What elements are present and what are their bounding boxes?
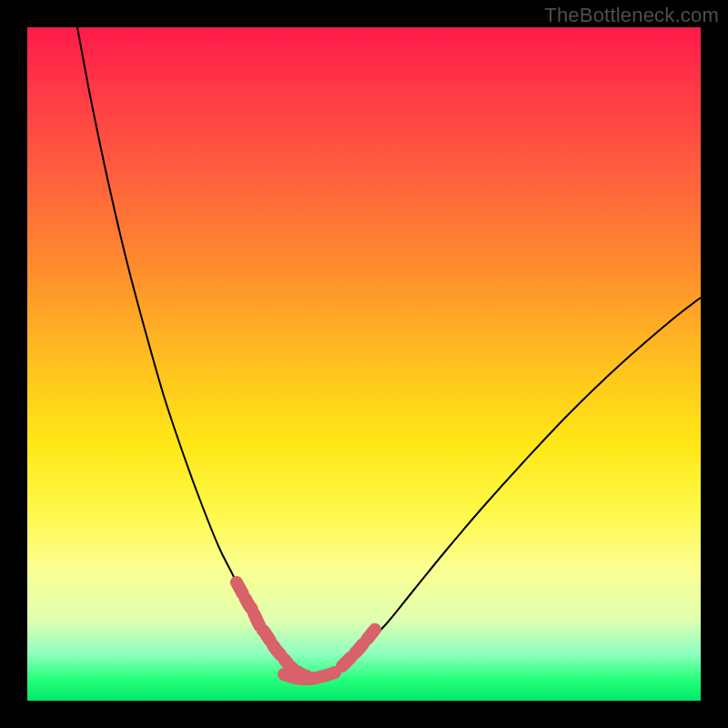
bottleneck-curve-plot <box>27 27 701 701</box>
highlight-bottom <box>284 672 335 679</box>
highlight-right <box>342 626 378 666</box>
chart-frame <box>27 27 701 701</box>
highlight-left <box>237 582 307 676</box>
curve-left-segment <box>77 27 309 677</box>
watermark-text: TheBottleneck.com <box>544 4 719 27</box>
curve-right-segment <box>309 298 701 677</box>
